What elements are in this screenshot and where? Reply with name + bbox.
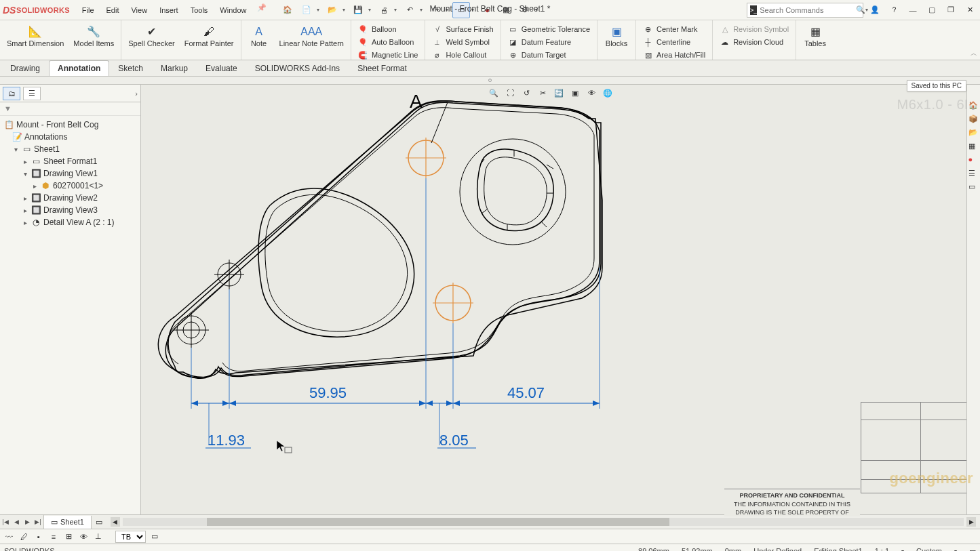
- status-scale[interactable]: 1 : 1: [875, 547, 889, 551]
- model-items-button[interactable]: 🔧Model Items: [71, 23, 117, 49]
- resources-pane-icon[interactable]: 📦: [968, 115, 979, 125]
- tree-detail-a[interactable]: ▸◔Detail View A (2 : 1): [3, 216, 138, 228]
- tree-sheet1[interactable]: ▾▭Sheet1: [3, 143, 138, 155]
- tree-view3[interactable]: ▸🔲Drawing View3: [3, 204, 138, 216]
- centerline-button[interactable]: ┼Centerline: [640, 36, 708, 48]
- tab-markup[interactable]: Markup: [152, 60, 197, 76]
- menu-tools[interactable]: Tools: [185, 3, 214, 17]
- feature-tree-tab-icon[interactable]: 🗂: [3, 87, 20, 100]
- line-format-icon[interactable]: 〰: [3, 531, 15, 543]
- undo-icon[interactable]: ↶: [401, 2, 418, 18]
- smart-dimension-button[interactable]: 📐Smart Dimension: [4, 23, 66, 49]
- tables-button[interactable]: ▦Tables: [800, 23, 830, 49]
- datum-target-button[interactable]: ⊕Datum Target: [505, 49, 593, 61]
- layer-icon[interactable]: 🖊: [18, 531, 30, 543]
- property-tab-icon[interactable]: ☰: [23, 87, 41, 100]
- linear-note-pattern-button[interactable]: AAALinear Note Pattern: [277, 23, 347, 49]
- area-hatch-button[interactable]: ▧Area Hatch/Fill: [640, 49, 708, 61]
- datum-feature-button[interactable]: ◪Datum Feature: [505, 36, 593, 48]
- status-scale-drop-icon[interactable]: ▾: [901, 548, 904, 552]
- status-tray-icon[interactable]: ▭: [969, 547, 976, 552]
- tab-evaluate[interactable]: Evaluate: [197, 60, 246, 76]
- filter-row[interactable]: ▼: [0, 102, 140, 116]
- color-icon[interactable]: ▪: [33, 531, 45, 543]
- tree-view2[interactable]: ▸🔲Drawing View2: [3, 192, 138, 204]
- add-sheet-icon[interactable]: ▭: [92, 518, 106, 527]
- user-icon[interactable]: 👤: [867, 3, 882, 18]
- sheet-tab-sheet1[interactable]: ▭Sheet1: [44, 516, 92, 529]
- note-button[interactable]: ANote: [246, 23, 273, 49]
- sheet-prev-icon[interactable]: ◀: [11, 515, 22, 529]
- lock-icon[interactable]: ⊥: [92, 531, 104, 543]
- horizontal-scrollbar[interactable]: ◀ ▶: [106, 517, 980, 527]
- tree-sheet-format[interactable]: ▸▭Sheet Format1: [3, 155, 138, 167]
- magnetic-line-button[interactable]: 🧲Magnetic Line: [355, 49, 421, 61]
- menu-insert[interactable]: Insert: [154, 3, 184, 17]
- view-palette-icon[interactable]: ▦: [968, 142, 979, 152]
- style-icon[interactable]: ⊞: [62, 531, 75, 543]
- menu-edit[interactable]: Edit: [101, 3, 125, 17]
- geometric-tolerance-button[interactable]: ▭Geometric Tolerance: [505, 23, 593, 35]
- menu-file[interactable]: File: [77, 3, 100, 17]
- sheet-first-icon[interactable]: |◀: [0, 515, 11, 529]
- properties-pane-icon[interactable]: ☰: [968, 169, 979, 180]
- forum-pane-icon[interactable]: ▭: [968, 182, 979, 193]
- tree-root[interactable]: 📋Mount - Front Belt Cog: [3, 119, 138, 131]
- hscroll-thumb[interactable]: [207, 518, 669, 526]
- search-icon[interactable]: 🔍: [856, 5, 865, 14]
- center-mark-button[interactable]: ⊕Center Mark: [640, 23, 708, 35]
- tab-addins[interactable]: SOLIDWORKS Add-Ins: [246, 60, 349, 76]
- revision-symbol-button[interactable]: △Revision Symbol: [717, 23, 791, 35]
- open-icon[interactable]: 📂: [324, 2, 341, 18]
- layer-props-icon[interactable]: ▭: [149, 531, 161, 543]
- status-units[interactable]: Custom: [916, 547, 942, 551]
- panel-grip[interactable]: [0, 77, 980, 85]
- tab-sheet-format[interactable]: Sheet Format: [349, 60, 416, 76]
- home-icon[interactable]: 🏠: [279, 2, 296, 18]
- tree-component[interactable]: ▸⬢60270001<1>: [3, 180, 138, 192]
- minimize-icon[interactable]: —: [905, 3, 920, 18]
- sheet-icon: ▭: [51, 518, 58, 527]
- hscroll-right-icon[interactable]: ▶: [966, 517, 976, 527]
- blocks-button[interactable]: ▣Blocks: [602, 23, 631, 49]
- help-icon[interactable]: ？: [886, 3, 901, 18]
- new-icon[interactable]: 📄: [298, 2, 315, 18]
- pane-tabs: 🗂 ☰ ›: [0, 85, 140, 102]
- save-icon[interactable]: 💾: [349, 2, 367, 18]
- sheet-last-icon[interactable]: ▶|: [33, 515, 43, 529]
- tree-annotations[interactable]: 📝Annotations: [3, 131, 138, 143]
- print-icon[interactable]: 🖨: [375, 2, 393, 18]
- pin-icon[interactable]: 📌: [257, 3, 267, 17]
- tab-sketch[interactable]: Sketch: [109, 60, 152, 76]
- hole-callout-button[interactable]: ⌀Hole Callout: [429, 49, 496, 61]
- tab-annotation[interactable]: Annotation: [49, 60, 109, 76]
- layer-select[interactable]: TB: [115, 531, 146, 543]
- revision-cloud-button[interactable]: ☁Revision Cloud: [717, 36, 791, 48]
- search-commands[interactable]: >_ 🔍▾: [747, 3, 863, 18]
- home-pane-icon[interactable]: 🏠: [968, 101, 979, 112]
- ribbon-collapse-icon[interactable]: ︿: [971, 49, 977, 58]
- tab-drawing[interactable]: Drawing: [1, 60, 49, 76]
- drawing-canvas[interactable]: 🔍 ⛶ ↺ ✂ 🔄 ▣ 👁 🌐 Saved to this PC M6x1.0 …: [141, 85, 980, 514]
- close-icon[interactable]: ✕: [962, 3, 977, 18]
- surface-finish-button[interactable]: √Surface Finish: [429, 23, 496, 35]
- pane-expand-icon[interactable]: ›: [135, 89, 138, 98]
- sheet-next-icon[interactable]: ▶: [22, 515, 33, 529]
- thickness-icon[interactable]: ≡: [47, 531, 60, 543]
- maximize-icon[interactable]: ❐: [943, 3, 958, 18]
- spell-checker-button[interactable]: ✔Spell Checker: [125, 23, 177, 49]
- status-units-drop-icon[interactable]: ▾: [954, 548, 957, 552]
- balloon-button[interactable]: 🎈Balloon: [355, 23, 421, 35]
- search-input[interactable]: [757, 6, 856, 14]
- format-painter-button[interactable]: 🖌Format Painter: [182, 23, 237, 49]
- auto-balloon-button[interactable]: 🎈Auto Balloon: [355, 36, 421, 48]
- hscroll-left-icon[interactable]: ◀: [111, 517, 120, 527]
- restore-icon[interactable]: ▢: [924, 3, 939, 18]
- library-pane-icon[interactable]: 📂: [968, 128, 979, 139]
- tree-view1[interactable]: ▾🔲Drawing View1: [3, 167, 138, 180]
- weld-symbol-button[interactable]: ⟂Weld Symbol: [429, 36, 496, 48]
- hide-icon[interactable]: 👁: [77, 531, 90, 543]
- menu-window[interactable]: Window: [214, 3, 252, 17]
- appearances-pane-icon[interactable]: ●: [968, 155, 979, 166]
- menu-view[interactable]: View: [125, 3, 153, 17]
